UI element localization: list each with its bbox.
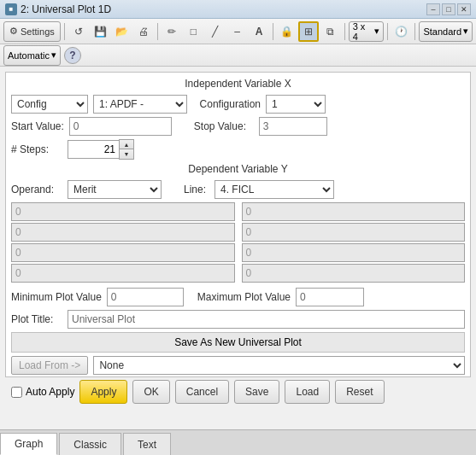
save-label: Save	[245, 386, 268, 398]
app-icon: ■	[5, 3, 17, 15]
dep-left-col	[11, 202, 235, 284]
load-row: Load From -> None	[11, 356, 465, 375]
dep-right-input-1[interactable]	[242, 202, 466, 221]
save-bar[interactable]: Save As New Universal Plot	[11, 332, 465, 353]
toolbar-sep-3	[273, 23, 273, 40]
standard-label: Standard	[423, 26, 461, 37]
toolbar-sep-5	[387, 23, 388, 40]
min-plot-input[interactable]	[107, 288, 184, 306]
dep-row-operand: Operand: Merit Line: 4. FICL	[11, 180, 465, 199]
toolbar-sep-2	[157, 23, 158, 40]
load-from-label: Load From ->	[19, 359, 80, 371]
load-from-button[interactable]: Load From ->	[11, 356, 88, 375]
grid-size-dropdown[interactable]: 3 x 4 ▾	[349, 21, 384, 42]
auto-apply-checkbox[interactable]	[11, 387, 22, 398]
grid-size-chevron: ▾	[374, 26, 379, 37]
apply-button[interactable]: Apply	[79, 380, 127, 404]
print-icon-button[interactable]: 🖨	[133, 21, 154, 42]
settings-button[interactable]: ⚙ Settings	[3, 21, 61, 42]
min-plot-label: Minimum Plot Value	[11, 291, 102, 303]
tab-graph[interactable]: Graph	[0, 433, 57, 455]
lock-icon-button[interactable]: 🔒	[277, 21, 297, 42]
plot-title-row: Plot Title:	[11, 310, 465, 329]
ok-button[interactable]: OK	[132, 380, 169, 404]
reset-button[interactable]: Reset	[335, 380, 384, 404]
line-select[interactable]: 4. FICL	[214, 180, 334, 199]
copy-icon-button[interactable]: ⧉	[320, 21, 341, 42]
toolbar-sep-1	[64, 23, 65, 40]
tab-bar: Graph Classic Text	[0, 429, 476, 455]
grid-icon-button[interactable]: ⊞	[298, 21, 319, 42]
dep-left-input-1[interactable]	[11, 202, 235, 221]
refresh-button[interactable]: ↺	[68, 21, 89, 42]
line-icon-button[interactable]: ╱	[205, 21, 226, 42]
tab-graph-label: Graph	[15, 438, 43, 450]
plot-title-label: Plot Title:	[11, 313, 62, 325]
pencil-icon-button[interactable]: ✏	[162, 21, 182, 42]
toolbar-sep-6	[414, 23, 415, 40]
config-label: Configuration	[192, 98, 261, 110]
automatic-chevron: ▾	[51, 50, 56, 61]
title-bar-text: 2: Universal Plot 1D	[21, 3, 111, 15]
type-select[interactable]: Config	[11, 95, 88, 114]
settings-icon: ⚙	[9, 26, 18, 37]
apply-label: Apply	[91, 386, 116, 398]
line-label: Line:	[184, 184, 209, 195]
minimize-button[interactable]: –	[426, 3, 440, 15]
toolbar-secondary: Automatic ▾ ?	[0, 44, 476, 67]
operand-label: Operand:	[11, 184, 62, 195]
save-bar-label: Save As New Universal Plot	[174, 336, 302, 348]
stop-value-input[interactable]	[259, 117, 327, 136]
help-button[interactable]: ?	[64, 47, 81, 64]
min-max-row: Minimum Plot Value Maximum Plot Value	[11, 288, 465, 306]
close-button[interactable]: ✕	[457, 3, 471, 15]
config-select[interactable]: 1	[266, 95, 326, 114]
dash-icon-button[interactable]: –	[227, 21, 248, 42]
operand-select[interactable]: Merit	[68, 180, 162, 199]
main-content: Independent Variable X Config 1: APDF - …	[0, 67, 476, 382]
steps-label: # Steps:	[11, 143, 62, 155]
title-bar: ■ 2: Universal Plot 1D – □ ✕	[0, 0, 476, 19]
text-icon-button[interactable]: A	[249, 21, 269, 42]
indep-row-1: Config 1: APDF - Configuration 1	[11, 95, 465, 114]
dep-right-input-3[interactable]	[242, 243, 466, 262]
cancel-label: Cancel	[186, 386, 218, 398]
start-value-input[interactable]	[69, 117, 172, 136]
plot-title-input[interactable]	[68, 310, 465, 329]
clock-icon-button[interactable]: 🕐	[391, 21, 412, 42]
ok-label: OK	[144, 386, 158, 398]
dep-left-input-4[interactable]	[11, 264, 235, 283]
auto-apply-container: Auto Apply	[11, 386, 74, 398]
automatic-dropdown[interactable]: Automatic ▾	[3, 45, 61, 66]
dep-right-col	[242, 202, 466, 284]
dep-left-input-2[interactable]	[11, 223, 235, 242]
dep-right-input-4[interactable]	[242, 264, 466, 283]
start-label: Start Value:	[11, 120, 64, 132]
cancel-button[interactable]: Cancel	[175, 380, 229, 404]
steps-up-button[interactable]: ▲	[120, 140, 133, 149]
load-button[interactable]: Load	[285, 380, 330, 404]
max-plot-label: Maximum Plot Value	[197, 291, 291, 303]
dep-right-input-2[interactable]	[242, 223, 466, 242]
main-panel: Independent Variable X Config 1: APDF - …	[5, 72, 471, 377]
max-plot-input[interactable]	[296, 288, 364, 306]
steps-spinner: ▲ ▼	[68, 139, 134, 160]
automatic-label: Automatic	[8, 50, 50, 61]
steps-down-button[interactable]: ▼	[120, 149, 133, 159]
tab-classic[interactable]: Classic	[59, 433, 121, 455]
settings-label: Settings	[21, 26, 55, 37]
open-icon-button[interactable]: 📂	[112, 21, 132, 42]
save-icon-button[interactable]: 💾	[90, 21, 110, 42]
auto-apply-label: Auto Apply	[26, 386, 74, 398]
save-button[interactable]: Save	[234, 380, 279, 404]
var-select[interactable]: 1: APDF -	[93, 95, 187, 114]
rect-icon-button[interactable]: □	[184, 21, 204, 42]
load-from-select[interactable]: None	[93, 356, 465, 375]
toolbar-main: ⚙ Settings ↺ 💾 📂 🖨 ✏ □ ╱ – A 🔒 ⊞ ⧉ 3 x 4…	[0, 19, 476, 44]
tab-text[interactable]: Text	[123, 433, 171, 455]
steps-input[interactable]	[68, 140, 119, 159]
standard-dropdown[interactable]: Standard ▾	[419, 21, 473, 42]
maximize-button[interactable]: □	[442, 3, 455, 15]
dep-left-input-3[interactable]	[11, 243, 235, 262]
dep-var-grid	[11, 202, 465, 284]
